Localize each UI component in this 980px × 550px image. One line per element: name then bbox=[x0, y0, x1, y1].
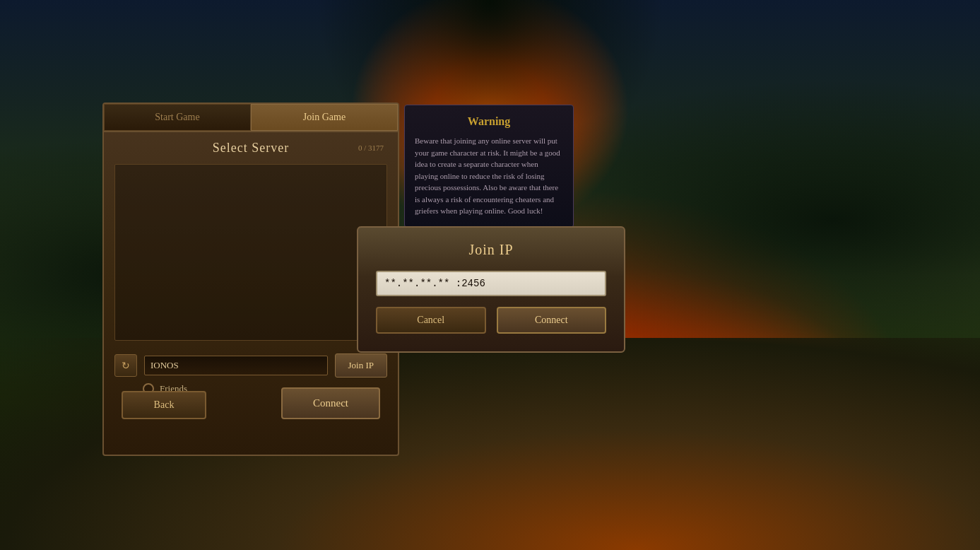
back-button[interactable]: Back bbox=[122, 391, 206, 419]
server-list[interactable] bbox=[114, 164, 387, 341]
tab-bar: Start Game Join Game bbox=[104, 104, 398, 132]
ip-input[interactable] bbox=[376, 271, 606, 296]
modal-cancel-button[interactable]: Cancel bbox=[376, 307, 486, 334]
warning-panel: Warning Beware that joining any online s… bbox=[404, 105, 574, 228]
refresh-icon: ↻ bbox=[122, 360, 130, 371]
server-count: 0 / 3177 bbox=[358, 144, 384, 152]
tab-start-game[interactable]: Start Game bbox=[104, 104, 251, 131]
filter-row: ↻ Join IP bbox=[114, 353, 387, 378]
server-browser-panel: Start Game Join Game Select Server 0 / 3… bbox=[102, 103, 399, 456]
ui-layer: Warning Beware that joining any online s… bbox=[0, 0, 980, 550]
tab-join-game[interactable]: Join Game bbox=[251, 104, 398, 131]
modal-buttons: Cancel Connect bbox=[376, 307, 606, 334]
panel-title: Select Server bbox=[104, 132, 398, 158]
join-ip-modal: Join IP Cancel Connect bbox=[357, 226, 625, 353]
join-ip-button[interactable]: Join IP bbox=[335, 353, 387, 378]
refresh-button[interactable]: ↻ bbox=[114, 354, 137, 377]
connect-button[interactable]: Connect bbox=[281, 387, 380, 419]
warning-title: Warning bbox=[415, 115, 563, 128]
modal-connect-button[interactable]: Connect bbox=[497, 307, 607, 334]
warning-text: Beware that joining any online server wi… bbox=[415, 135, 563, 217]
filter-input[interactable] bbox=[144, 356, 328, 375]
modal-title: Join IP bbox=[376, 242, 606, 258]
